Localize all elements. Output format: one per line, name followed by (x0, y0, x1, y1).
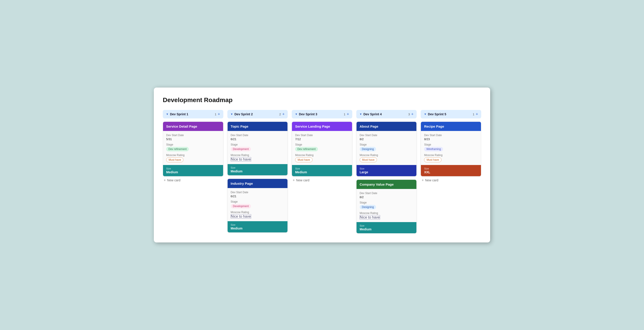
stage-badge: Development (231, 204, 251, 208)
moscow-label: Moscow Rating (166, 154, 220, 157)
dev-start-date-field: Dev Start Date 8/2 (360, 134, 414, 141)
cards-list: Topic Page Dev Start Date 6/21 Stage Dev… (227, 122, 288, 233)
size-label: Size (360, 167, 414, 170)
card[interactable]: Company Value Page Dev Start Date 8/2 St… (356, 179, 417, 233)
stage-field: Stage Development (231, 143, 284, 151)
column-header-sprint5: ▼ Dev Sprint 5 1 + (421, 110, 481, 118)
card[interactable]: Recipe Page Dev Start Date 8/23 Stage Wi… (421, 122, 481, 176)
add-card-button[interactable]: + New card (421, 176, 481, 184)
moscow-label: Moscow Rating (360, 154, 414, 157)
card-size-footer: Size Large (356, 165, 417, 176)
column-title: Dev Sprint 4 (364, 112, 407, 116)
card-body: Dev Start Date 6/21 Stage Development Mo… (228, 188, 288, 221)
add-column-button[interactable]: + (476, 112, 478, 116)
dev-start-date-value: 5/31 (166, 138, 220, 141)
dev-start-date-field: Dev Start Date 8/23 (424, 134, 478, 141)
cards-list: About Page Dev Start Date 8/2 Stage Desi… (356, 122, 417, 233)
card-title: Recipe Page (421, 122, 481, 131)
card-title: Service Detail Page (163, 122, 223, 131)
stage-label: Stage (231, 200, 284, 203)
column-count: 3 (408, 113, 410, 116)
card-title: About Page (356, 122, 417, 131)
card-size-footer: Size Medium (292, 165, 352, 176)
card-title: Company Value Page (356, 180, 417, 189)
card[interactable]: Industry Page Dev Start Date 6/21 Stage … (227, 179, 288, 233)
card[interactable]: Service Detail Page Dev Start Date 5/31 … (163, 122, 223, 176)
add-column-button[interactable]: + (411, 112, 414, 116)
chevron-icon: ▼ (166, 113, 168, 116)
moscow-field: Moscow Rating Must have (424, 154, 478, 162)
size-label: Size (231, 166, 284, 169)
stage-badge: Dev refinement (166, 147, 189, 151)
size-value: Medium (295, 170, 349, 174)
add-column-button[interactable]: + (218, 112, 220, 116)
stage-badge: Development (231, 147, 251, 151)
card[interactable]: Service Landing Page Dev Start Date 7/12… (292, 122, 352, 176)
size-value: Medium (231, 227, 284, 230)
moscow-field: Moscow Rating Must have (295, 154, 349, 162)
moscow-field: Moscow Rating Must have (166, 154, 220, 162)
stage-badge: Dev refinement (295, 147, 318, 151)
column-title: Dev Sprint 1 (170, 112, 214, 116)
stage-label: Stage (360, 201, 414, 204)
dev-start-date-field: Dev Start Date 7/12 (295, 134, 349, 141)
moscow-badge: Must have (424, 158, 441, 162)
moscow-label: Moscow Rating (231, 154, 284, 157)
dev-start-date-value: 8/23 (424, 138, 478, 141)
moscow-badge: Must have (360, 158, 377, 162)
dev-start-date-field: Dev Start Date 5/31 (166, 134, 220, 141)
dev-start-date-label: Dev Start Date (231, 191, 284, 194)
add-card-button[interactable]: + New card (292, 176, 352, 184)
moscow-badge: Must have (166, 158, 184, 162)
card-title: Topic Page (228, 122, 288, 131)
dev-start-date-field: Dev Start Date 8/2 (360, 192, 414, 199)
card-body: Dev Start Date 8/2 Stage Designing Mosco… (356, 189, 417, 222)
add-column-button[interactable]: + (282, 112, 285, 116)
card-size-footer: Size Medium (228, 164, 288, 175)
dev-start-date-label: Dev Start Date (424, 134, 478, 137)
card-body: Dev Start Date 5/31 Stage Dev refinement… (163, 131, 223, 165)
dev-start-date-field: Dev Start Date 6/21 (231, 134, 284, 141)
column-header-sprint3: ▼ Dev Sprint 3 1 + (292, 110, 352, 118)
card-size-footer: Size Medium (163, 165, 223, 176)
stage-field: Stage Dev refinement (166, 143, 220, 151)
card-body: Dev Start Date 8/2 Stage Designing Mosco… (356, 131, 417, 165)
column-count: 2 (279, 113, 281, 116)
dev-start-date-label: Dev Start Date (295, 134, 349, 137)
column-count: 1 (473, 113, 474, 116)
columns-wrapper: ▼ Dev Sprint 1 1 + Service Detail Page D… (163, 110, 481, 233)
stage-label: Stage (424, 143, 478, 146)
size-label: Size (166, 167, 220, 170)
add-column-button[interactable]: + (347, 112, 349, 116)
chevron-icon: ▼ (295, 113, 298, 116)
size-label: Size (360, 224, 414, 227)
moscow-field: Moscow Rating Must have (360, 154, 414, 162)
stage-field: Stage Designing (360, 143, 414, 151)
stage-label: Stage (231, 143, 284, 146)
card-size-footer: Size XXL (421, 165, 481, 176)
card-size-footer: Size Medium (356, 222, 417, 233)
stage-label: Stage (166, 143, 220, 146)
plus-icon: + (164, 178, 166, 182)
board-container: Development Roadmap ▼ Dev Sprint 1 1 + S… (154, 88, 490, 242)
column-sprint3: ▼ Dev Sprint 3 1 + Service Landing Page … (292, 110, 352, 184)
dev-start-date-label: Dev Start Date (360, 192, 414, 195)
column-sprint2: ▼ Dev Sprint 2 2 + Topic Page Dev Start … (227, 110, 288, 233)
dev-start-date-value: 6/21 (231, 138, 284, 141)
dev-start-date-value: 8/2 (360, 138, 414, 141)
column-title: Dev Sprint 5 (428, 112, 471, 116)
cards-list: Service Detail Page Dev Start Date 5/31 … (163, 122, 223, 176)
add-card-button[interactable]: + New card (163, 176, 223, 184)
card-body: Dev Start Date 7/12 Stage Dev refinement… (292, 131, 352, 165)
moscow-badge: Nice to have (231, 214, 251, 218)
column-sprint5: ▼ Dev Sprint 5 1 + Recipe Page Dev Start… (421, 110, 481, 184)
stage-label: Stage (360, 143, 414, 146)
board-title: Development Roadmap (163, 97, 481, 104)
plus-icon: + (422, 178, 424, 182)
chevron-icon: ▼ (230, 113, 233, 116)
size-value: Large (360, 170, 414, 174)
moscow-label: Moscow Rating (424, 154, 478, 157)
card-size-footer: Size Medium (228, 221, 288, 232)
card[interactable]: About Page Dev Start Date 8/2 Stage Desi… (356, 122, 417, 176)
card[interactable]: Topic Page Dev Start Date 6/21 Stage Dev… (227, 122, 288, 175)
